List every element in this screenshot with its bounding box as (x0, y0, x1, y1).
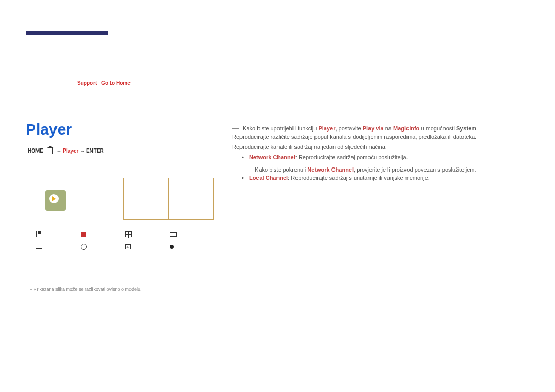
breadcrumb: Support Go to Home (77, 80, 131, 86)
breadcrumb-support: Support (77, 80, 97, 86)
home-icon (47, 148, 53, 154)
nav-path: HOME → Player → ENTER (28, 148, 104, 154)
clock-icon (81, 244, 87, 250)
empty-tile-1 (123, 178, 169, 220)
rect-small-icon (36, 245, 42, 249)
para-3: Reproducirajte kanale ili sadržaj na jed… (232, 142, 530, 153)
chapter-bar (26, 31, 108, 35)
empty-tile-2 (169, 178, 214, 220)
rect-icon (170, 232, 177, 237)
enter-label: ENTER (86, 148, 104, 154)
page-title: Player (26, 121, 72, 138)
header-divider (113, 33, 529, 33)
flag-icon (36, 231, 41, 237)
para-2: Reproducirajte različite sadržaje poput … (232, 132, 530, 142)
para-nc: • Network Channel: Reproducirajte sadrža… (242, 153, 529, 163)
red-square-icon (81, 232, 86, 237)
para-lc: • Local Channel: Reproducirajte sadržaj … (242, 173, 529, 183)
icon-row-1 (36, 231, 213, 237)
path-player: Player (63, 148, 78, 154)
breadcrumb-gotohome: Go to Home (101, 80, 131, 86)
a-box-icon: A (125, 244, 131, 249)
home-label: HOME (28, 148, 43, 154)
footnote: Prikazana slika može se razlikovati ovis… (30, 287, 142, 292)
icon-row-2: A (36, 244, 213, 250)
grid-icon (125, 231, 132, 237)
dot-icon (170, 245, 174, 249)
player-tile-icon (45, 190, 66, 211)
